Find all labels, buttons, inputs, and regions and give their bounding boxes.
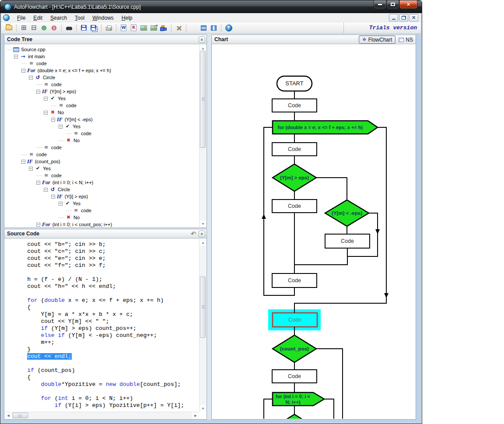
code-tree-view[interactable]: Source.cpp−→int main≡code−For(double x =… xyxy=(5,45,199,227)
tree-item[interactable]: ≡code xyxy=(5,207,199,214)
maximize-button[interactable] xyxy=(387,0,399,9)
scrollbar-grip xyxy=(202,98,205,101)
flowchart-mode-button[interactable]: ❖ FlowChart xyxy=(359,35,396,44)
tree-item[interactable]: ≡code xyxy=(5,172,199,179)
scroll-down-button[interactable]: ▼ xyxy=(200,405,206,412)
source-code-collapse-button[interactable]: « xyxy=(199,231,205,237)
expand-all-icon[interactable]: ⊞ xyxy=(20,24,28,32)
mdi-close-button[interactable]: ✕ xyxy=(409,14,418,21)
scrollbar-thumb[interactable] xyxy=(200,277,206,338)
close-button[interactable]: × xyxy=(399,0,417,9)
tree-item[interactable]: −↺Circle xyxy=(5,74,199,81)
tree-expand-toggle[interactable]: − xyxy=(29,167,33,171)
tree-item[interactable]: −For(double x = e; x <= f + eps; x += h) xyxy=(5,67,199,74)
export-image-icon[interactable] xyxy=(150,24,158,32)
tree-expand-toggle[interactable]: − xyxy=(36,90,40,94)
tree-expand-toggle[interactable]: − xyxy=(59,202,63,206)
tree-expand-toggle[interactable]: − xyxy=(59,125,63,129)
tree-expand-toggle[interactable]: − xyxy=(44,188,48,192)
tree-item[interactable]: −✔Yes xyxy=(5,165,199,172)
settings-icon[interactable] xyxy=(175,24,183,32)
code-text: if xyxy=(58,332,65,339)
tree-item[interactable]: −✔Yes xyxy=(5,95,199,102)
tree-item[interactable]: −↺Circle xyxy=(5,186,199,193)
source-code-view[interactable]: cout << "b="; cin >> b; cout << "c="; ci… xyxy=(5,239,199,412)
code-text: (Y[m] < -eps) count_neg++; xyxy=(65,332,157,339)
tree-expand-toggle[interactable]: − xyxy=(51,195,55,199)
tree-item[interactable]: ≡code xyxy=(5,144,199,151)
scroll-down-button[interactable]: ▼ xyxy=(200,220,206,227)
scrollbar-thumb[interactable] xyxy=(200,51,206,148)
mdi-minimize-button[interactable] xyxy=(389,14,398,21)
mdi-restore-button[interactable] xyxy=(399,14,408,21)
export-word-icon[interactable]: W xyxy=(119,24,128,32)
title-bar[interactable]: AutoFlowchart - [H:\C++\Laba5.1\Laba5.1\… xyxy=(0,0,422,13)
open-folder-icon[interactable] xyxy=(5,24,13,32)
image-icon[interactable] xyxy=(140,24,148,32)
tree-item[interactable]: Source.cpp xyxy=(5,46,199,53)
code-tree-collapse-button[interactable]: « xyxy=(199,36,205,43)
export-rtf-icon[interactable]: R xyxy=(130,24,138,32)
cascade-windows-icon[interactable] xyxy=(189,24,198,32)
help-icon[interactable]: ? xyxy=(224,24,233,32)
collapse-all-icon[interactable]: ⊟ xyxy=(30,24,38,32)
scroll-left-button[interactable]: ◀ xyxy=(5,412,12,419)
tree-expand-toggle[interactable]: − xyxy=(36,181,40,185)
tree-item[interactable]: −→int main xyxy=(5,53,199,60)
tree-expand-toggle[interactable]: − xyxy=(44,111,48,115)
tree-item[interactable]: −IF(count_pos) xyxy=(5,158,199,165)
tree-item[interactable]: ≡code xyxy=(5,81,199,88)
tile-horizontal-icon[interactable] xyxy=(200,24,208,32)
flowchart-canvas[interactable]: STARTCodefor (double x = e; x <= f + eps… xyxy=(212,45,415,419)
tree-expand-toggle[interactable]: − xyxy=(36,223,40,227)
tree-item[interactable]: ≡code xyxy=(5,60,199,67)
tree-item[interactable]: −✖No xyxy=(5,109,199,116)
tree-item-label: (Y[m] < -eps) xyxy=(65,116,93,123)
menu-item-file[interactable]: File xyxy=(13,14,29,22)
zoom-in-icon[interactable]: ⊕ xyxy=(40,24,48,32)
source-vertical-scrollbar[interactable]: ▲ ▼ xyxy=(199,239,206,412)
scroll-up-button[interactable]: ▲ xyxy=(200,239,206,246)
tree-item[interactable]: −IF(Y[m] < -eps) xyxy=(5,116,199,123)
ns-mode-button[interactable]: NS xyxy=(398,37,414,43)
panel-splitter[interactable] xyxy=(207,35,211,420)
tree-expand-toggle[interactable]: − xyxy=(29,76,33,80)
tree-expand-toggle[interactable]: − xyxy=(51,118,55,122)
save-icon[interactable] xyxy=(80,24,88,32)
tree-item[interactable]: −IF(Y[i] > eps) xyxy=(5,193,199,200)
source-horizontal-scrollbar[interactable]: ◀ ▶ xyxy=(5,412,199,419)
menu-item-edit[interactable]: Edit xyxy=(29,14,46,22)
refresh-undo-icon[interactable]: ↶ xyxy=(190,230,197,237)
zoom-out-icon[interactable]: ⊖ xyxy=(50,24,58,32)
flowchart-node-if-4[interactable] xyxy=(273,414,316,419)
scrollbar-thumb[interactable] xyxy=(12,413,28,418)
tile-vertical-icon[interactable] xyxy=(210,24,218,32)
no-icon: ✖ xyxy=(65,137,72,144)
tree-item[interactable]: ≡code xyxy=(5,102,199,109)
save-all-icon[interactable] xyxy=(90,24,98,32)
menu-item-windows[interactable]: Windows xyxy=(88,14,118,22)
tree-expand-toggle[interactable]: − xyxy=(44,97,48,101)
print-icon[interactable] xyxy=(105,24,113,32)
tree-item[interactable]: ≡code xyxy=(5,130,199,137)
tree-item[interactable]: −For(int i = 0; i < N; i++) xyxy=(5,179,199,186)
menu-item-tool[interactable]: Tool xyxy=(71,14,88,22)
menu-item-help[interactable]: Help xyxy=(118,14,136,22)
mdi-child-globe-icon[interactable] xyxy=(3,14,10,21)
tree-expand-toggle[interactable]: − xyxy=(21,160,25,164)
tree-item[interactable]: ✖No xyxy=(5,214,199,221)
scroll-right-button[interactable]: ▶ xyxy=(192,412,199,419)
tree-item[interactable]: −✔Yes xyxy=(5,200,199,207)
find-icon[interactable] xyxy=(65,24,73,32)
code-tree-vertical-scrollbar[interactable]: ▲ ▼ xyxy=(199,45,206,227)
menu-item-search[interactable]: Search xyxy=(46,14,71,22)
minimize-button[interactable] xyxy=(374,0,386,9)
tree-expand-toggle[interactable]: − xyxy=(21,69,25,73)
tree-item[interactable]: −✔Yes xyxy=(5,123,199,130)
tree-item[interactable]: −For(int i = 0; i < count_pos; i++) xyxy=(5,221,199,227)
tree-item[interactable]: ≡code xyxy=(5,151,199,158)
tree-expand-toggle[interactable]: − xyxy=(14,55,18,59)
tree-item[interactable]: −IF(Y[m] > eps) xyxy=(5,88,199,95)
export-flow-icon[interactable] xyxy=(160,24,168,32)
tree-item[interactable]: ✖No xyxy=(5,137,199,144)
